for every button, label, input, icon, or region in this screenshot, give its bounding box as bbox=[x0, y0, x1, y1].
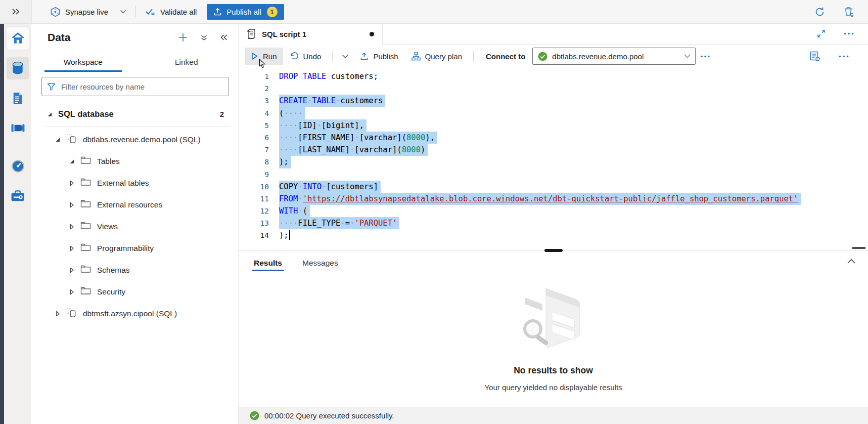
collapsed-triangle-icon[interactable] bbox=[68, 288, 76, 296]
script-toolbar: Run Undo bbox=[239, 45, 868, 68]
code-line[interactable]: 7····[LAST_NAME]·[varchar](8000) bbox=[239, 144, 868, 156]
code-line[interactable]: 3CREATE·TABLE·customers bbox=[239, 95, 868, 107]
tab-messages[interactable]: Messages bbox=[293, 251, 347, 275]
tree-divider bbox=[44, 126, 230, 126]
code-line[interactable]: 11FROM·'https://dbtlabsynapsedatalake.bl… bbox=[239, 193, 868, 205]
tree-item-dbtlabs-revenue-demo-pool-sql[interactable]: dbtlabs.revenue.demo.pool (SQL) bbox=[31, 129, 238, 150]
tree-item-label: Security bbox=[97, 287, 125, 296]
collapse-all-icon[interactable] bbox=[200, 34, 208, 41]
code-line-content: FROM·'https://dbtlabsynapsedatalake.blob… bbox=[279, 193, 801, 205]
database-icon bbox=[11, 61, 24, 75]
collapsed-triangle-icon[interactable] bbox=[68, 223, 76, 231]
code-line-content: ); bbox=[279, 156, 291, 168]
code-line[interactable]: 10COPY·INTO·[customers] bbox=[239, 181, 868, 193]
code-line[interactable]: 4(···· bbox=[239, 107, 868, 119]
toolbar-overflow-icon[interactable] bbox=[697, 48, 714, 65]
sql-code-editor[interactable]: 1DROP TABLE customers;23CREATE·TABLE·cus… bbox=[239, 68, 868, 250]
collapsed-triangle-icon[interactable] bbox=[68, 244, 76, 252]
code-lines: 1DROP TABLE customers;23CREATE·TABLE·cus… bbox=[239, 70, 868, 242]
collapsed-triangle-icon[interactable] bbox=[68, 266, 76, 274]
rail-expand-button[interactable] bbox=[0, 0, 32, 23]
mode-selector[interactable]: Synapse live bbox=[45, 7, 131, 17]
line-number: 4 bbox=[239, 107, 269, 119]
code-line[interactable]: 8); bbox=[239, 156, 868, 168]
scrollbar-thumb[interactable] bbox=[852, 247, 865, 249]
line-number: 8 bbox=[239, 156, 269, 168]
home-icon bbox=[11, 32, 25, 45]
divider bbox=[135, 6, 136, 17]
tree-item-external-tables[interactable]: External tables bbox=[31, 172, 238, 194]
query-plan-button[interactable]: Query plan bbox=[405, 48, 468, 65]
connect-to-label: Connect to bbox=[486, 52, 525, 61]
filter-input[interactable] bbox=[60, 82, 223, 92]
run-button[interactable]: Run bbox=[245, 48, 283, 65]
main-pane: SQL script 1 Run bbox=[238, 23, 868, 424]
tree-item-views[interactable]: Views bbox=[31, 216, 238, 237]
tree-item-tables[interactable]: Tables bbox=[31, 150, 238, 172]
expanded-triangle-icon[interactable] bbox=[68, 157, 76, 165]
code-line[interactable]: 12WITH·( bbox=[239, 205, 868, 217]
expanded-triangle-icon[interactable] bbox=[45, 110, 54, 118]
validate-check-icon bbox=[145, 8, 156, 16]
status-bar: 00:00:02 Query executed successfully. bbox=[239, 407, 868, 424]
expanded-triangle-icon[interactable] bbox=[54, 136, 62, 144]
connected-pool-name: dbtlabs.revenue.demo.pool bbox=[552, 52, 679, 61]
tree-item-external-resources[interactable]: External resources bbox=[31, 194, 238, 216]
code-line-content: ····[ID]·[bigint], bbox=[279, 119, 367, 132]
code-line[interactable]: 2 bbox=[239, 82, 868, 95]
line-number: 9 bbox=[239, 168, 269, 181]
undo-button[interactable]: Undo bbox=[284, 48, 328, 65]
collapse-panel-icon[interactable] bbox=[220, 34, 228, 41]
code-line[interactable]: 5····[ID]·[bigint], bbox=[239, 119, 868, 132]
undo-redo-dropdown[interactable] bbox=[338, 48, 353, 65]
rail-item-data[interactable] bbox=[7, 57, 29, 79]
code-line-content: (···· bbox=[279, 107, 305, 119]
publish-button[interactable]: Publish bbox=[354, 48, 404, 65]
panel-title: Data bbox=[48, 31, 71, 44]
add-resource-button[interactable] bbox=[178, 32, 188, 43]
results-resize-handle[interactable] bbox=[544, 249, 563, 252]
tab-results[interactable]: Results bbox=[245, 251, 291, 275]
tab-sql-script-1[interactable]: SQL script 1 bbox=[239, 23, 383, 45]
tree-item-security[interactable]: Security bbox=[31, 281, 238, 303]
code-line[interactable]: 1DROP TABLE customers; bbox=[239, 70, 868, 82]
refresh-icon[interactable] bbox=[814, 7, 825, 17]
tab-linked[interactable]: Linked bbox=[135, 52, 239, 73]
rail-item-develop[interactable] bbox=[7, 87, 29, 109]
code-line[interactable]: 14); bbox=[239, 229, 868, 241]
rail-item-home[interactable] bbox=[7, 27, 29, 50]
tree-item-dbtmsft-azsyn-cipool-sql[interactable]: dbtmsft.azsyn.cipool (SQL) bbox=[31, 303, 238, 324]
collapse-results-icon[interactable] bbox=[847, 259, 856, 264]
code-line[interactable]: 6····[FIRST_NAME]·[varchar](8000), bbox=[239, 132, 868, 144]
more-actions-icon[interactable] bbox=[839, 55, 849, 58]
discard-all-icon[interactable] bbox=[844, 7, 854, 17]
validate-all-button[interactable]: Validate all bbox=[140, 8, 202, 16]
collapsed-triangle-icon[interactable] bbox=[68, 179, 76, 187]
publish-icon bbox=[360, 52, 369, 61]
code-line[interactable]: 9 bbox=[239, 168, 868, 181]
properties-icon[interactable] bbox=[809, 51, 820, 62]
collapsed-triangle-icon[interactable] bbox=[68, 201, 76, 209]
tree-item-schemas[interactable]: Schemas bbox=[31, 259, 238, 281]
collapsed-triangle-icon[interactable] bbox=[54, 310, 62, 318]
toolbox-icon bbox=[11, 190, 25, 202]
folder-icon bbox=[80, 243, 91, 253]
code-line[interactable]: 13····FILE_TYPE·=·'PARQUET' bbox=[239, 217, 868, 229]
document-icon bbox=[12, 92, 24, 105]
tree-item-label: Views bbox=[97, 222, 118, 231]
rail-item-integrate[interactable] bbox=[7, 117, 29, 139]
tab-workspace[interactable]: Workspace bbox=[31, 52, 135, 73]
tree-item-sql-database[interactable]: SQL database2 bbox=[31, 103, 238, 125]
query-plan-icon bbox=[412, 52, 421, 61]
tree-item-label: Schemas bbox=[97, 266, 130, 275]
publish-all-button[interactable]: Publish all 1 bbox=[207, 4, 284, 20]
rail-item-monitor[interactable] bbox=[7, 155, 29, 177]
rail-item-manage[interactable] bbox=[7, 185, 29, 207]
document-tab-strip: SQL script 1 bbox=[239, 23, 868, 45]
tree-item-programmability[interactable]: Programmability bbox=[31, 237, 238, 259]
pipeline-icon bbox=[11, 122, 25, 134]
more-actions-icon[interactable] bbox=[844, 32, 854, 35]
line-number: 5 bbox=[239, 119, 269, 132]
connect-to-dropdown[interactable]: dbtlabs.revenue.demo.pool bbox=[532, 48, 696, 65]
expand-editor-icon[interactable] bbox=[817, 29, 826, 38]
